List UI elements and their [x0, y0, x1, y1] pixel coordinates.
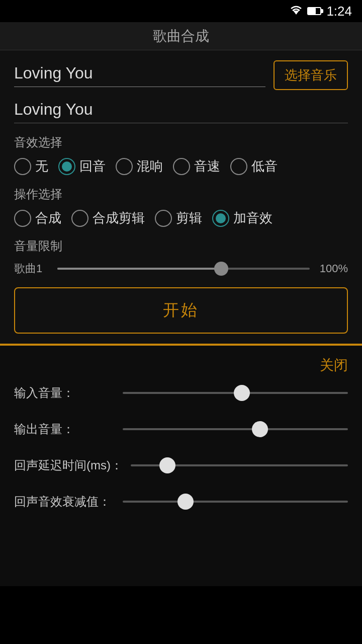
- effect-label-none: 无: [35, 157, 48, 175]
- effect-radio-speed[interactable]: [173, 158, 190, 175]
- op-option-compose[interactable]: 合成: [14, 209, 61, 227]
- select-music-button[interactable]: 选择音乐: [274, 60, 348, 90]
- op-label-compose: 合成: [35, 209, 61, 227]
- close-button[interactable]: 关闭: [320, 356, 348, 375]
- op-option-compose-edit[interactable]: 合成剪辑: [71, 209, 145, 227]
- op-radio-compose-edit[interactable]: [71, 210, 88, 227]
- page-title: 歌曲合成: [153, 27, 209, 46]
- effect-section-label: 音效选择: [14, 134, 348, 150]
- echo-decay-track: [123, 501, 348, 503]
- echo-delay-track: [131, 464, 348, 466]
- song-name-display: Loving You: [14, 100, 348, 123]
- wifi-icon: [289, 6, 303, 17]
- echo-decay-label: 回声音效衰减值：: [14, 494, 115, 510]
- input-vol-row: 输入音量：: [14, 385, 348, 401]
- output-vol-track: [123, 428, 348, 430]
- effect-label-reverb: 混响: [137, 157, 163, 175]
- song1-volume-pct: 100%: [318, 262, 348, 275]
- input-vol-thumb[interactable]: [234, 385, 250, 401]
- output-vol-label: 输出音量：: [14, 421, 115, 437]
- op-option-add-effect[interactable]: 加音效: [212, 209, 273, 227]
- effect-label-speed: 音速: [194, 157, 220, 175]
- svg-marker-0: [293, 11, 299, 15]
- input-vol-track: [123, 392, 348, 394]
- effect-radio-reverb[interactable]: [116, 158, 133, 175]
- song1-volume-row: 歌曲1 100%: [14, 261, 348, 276]
- effect-label-bass: 低音: [251, 157, 278, 175]
- op-label-add-effect: 加音效: [233, 209, 273, 227]
- song-selector-row: 选择音乐: [14, 60, 348, 90]
- song-input[interactable]: [14, 64, 265, 83]
- op-label-edit: 剪辑: [176, 209, 202, 227]
- song1-slider-track: [57, 268, 310, 270]
- op-option-edit[interactable]: 剪辑: [155, 209, 202, 227]
- effect-option-speed[interactable]: 音速: [173, 157, 220, 175]
- operation-section-label: 操作选择: [14, 186, 348, 202]
- effect-option-reverb[interactable]: 混响: [116, 157, 163, 175]
- effect-option-bass[interactable]: 低音: [230, 157, 278, 175]
- echo-delay-thumb[interactable]: [159, 457, 175, 473]
- effect-option-none[interactable]: 无: [14, 157, 48, 175]
- op-radio-compose[interactable]: [14, 210, 31, 227]
- close-row: 关闭: [14, 356, 348, 375]
- status-icons: [289, 6, 321, 17]
- song1-slider-thumb[interactable]: [214, 262, 228, 276]
- start-button[interactable]: 开始: [14, 287, 348, 334]
- status-time: 1:24: [326, 4, 352, 19]
- effect-radio-bass[interactable]: [230, 158, 247, 175]
- effect-radio-echo[interactable]: [58, 158, 75, 175]
- op-label-compose-edit: 合成剪辑: [93, 209, 145, 227]
- op-radio-add-effect[interactable]: [212, 210, 229, 227]
- volume-section: 音量限制 歌曲1 100%: [14, 238, 348, 276]
- op-radio-edit[interactable]: [155, 210, 172, 227]
- effect-radio-none[interactable]: [14, 158, 31, 175]
- app-header: 歌曲合成: [0, 22, 362, 50]
- bottom-panel: 关闭 输入音量： 输出音量： 回声延迟时间(ms)： 回声音效衰减值：: [0, 345, 362, 586]
- status-bar: 1:24: [0, 0, 362, 22]
- song1-slider-fill: [57, 268, 221, 270]
- output-vol-thumb[interactable]: [252, 421, 268, 437]
- echo-decay-row: 回声音效衰减值：: [14, 494, 348, 510]
- input-vol-label: 输入音量：: [14, 385, 115, 401]
- operation-radio-group: 合成 合成剪辑 剪辑 加音效: [14, 209, 348, 227]
- battery-icon: [307, 7, 321, 15]
- effect-option-echo[interactable]: 回音: [58, 157, 106, 175]
- song1-slider-wrapper: [57, 261, 310, 276]
- echo-delay-label: 回声延迟时间(ms)：: [14, 457, 123, 473]
- song1-label: 歌曲1: [14, 261, 49, 276]
- effect-label-echo: 回音: [79, 157, 106, 175]
- echo-decay-thumb[interactable]: [177, 494, 194, 510]
- effect-radio-group: 无 回音 混响 音速 低音: [14, 157, 348, 175]
- echo-delay-row: 回声延迟时间(ms)：: [14, 457, 348, 473]
- volume-section-label: 音量限制: [14, 238, 348, 254]
- output-vol-row: 输出音量：: [14, 421, 348, 437]
- main-content: 选择音乐 Loving You 音效选择 无 回音 混响 音速 低音 操作选择: [0, 50, 362, 345]
- song-input-wrapper: [14, 64, 265, 87]
